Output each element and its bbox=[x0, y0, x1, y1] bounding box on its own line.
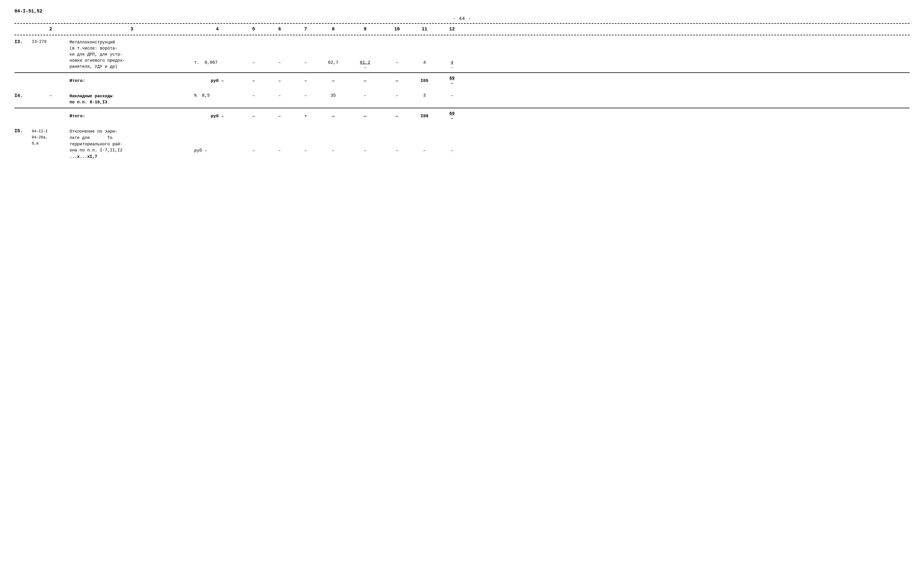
section-14: I4. – Накладные расходы по п.п. 8-10,I3 … bbox=[15, 91, 909, 123]
row-15-col8: – bbox=[319, 128, 348, 153]
col-3-header: 3 bbox=[69, 26, 194, 32]
data-row-13: I3. I3-279 Металлоконструкций (в т.числе… bbox=[15, 36, 909, 71]
row-14-col8: 35 bbox=[319, 93, 348, 98]
row-13-col6: – bbox=[267, 40, 293, 65]
col-11-header: 11 bbox=[411, 26, 437, 32]
row-15-col7: – bbox=[293, 128, 319, 153]
row-14-col6: – bbox=[267, 93, 293, 98]
itogo-13-col10: — bbox=[383, 79, 411, 83]
col-5-header: 5 bbox=[241, 26, 267, 32]
row-13-col10: – bbox=[383, 40, 411, 65]
row-14-col9: – bbox=[348, 93, 383, 98]
row-13-unit-qty: т. 0,067 bbox=[194, 40, 241, 65]
row-13-col12: 4 – bbox=[437, 40, 467, 70]
doc-header: 04-I-51,52 bbox=[15, 9, 909, 14]
row-13-col11: 4 bbox=[411, 40, 437, 65]
page-number: - 44 - bbox=[15, 16, 909, 21]
row-13-description: Металлоконструкций (в т.числе: ворота- к… bbox=[69, 40, 194, 70]
row-15-codes: 04-II-I04-28а,б,в bbox=[32, 128, 69, 146]
itogo-13-col8: — bbox=[319, 79, 348, 83]
itogo-14-col10: — bbox=[383, 114, 411, 119]
row-15-col9: – bbox=[348, 128, 383, 153]
row-13-id: I3. bbox=[15, 40, 32, 44]
row-15-col5: – bbox=[241, 128, 267, 153]
column-header-row: 2 3 4 5 6 7 8 9 10 11 12 bbox=[15, 25, 909, 34]
row-13-col9: 61,2 — bbox=[348, 40, 383, 70]
itogo-13-col11: I05 bbox=[411, 79, 437, 83]
itogo-13-col9: — bbox=[348, 79, 383, 83]
itogo-14-col12: 69 — bbox=[437, 111, 467, 121]
section-13: I3. I3-279 Металлоконструкций (в т.числе… bbox=[15, 36, 909, 87]
itogo-14-label: Итого: bbox=[69, 114, 194, 119]
row-13-code: I3-279 bbox=[32, 40, 69, 44]
itogo-14-col5: – bbox=[241, 114, 267, 119]
itogo-13-label: Итого: bbox=[69, 79, 194, 83]
row-15-col6: – bbox=[267, 128, 293, 153]
section-15: I5. 04-II-I04-28а,б,в Отклонение по зари… bbox=[15, 126, 909, 161]
col-4-header: 4 bbox=[194, 26, 241, 32]
itogo-14-unit: руб – bbox=[194, 114, 241, 119]
data-row-15: I5. 04-II-I04-28а,б,в Отклонение по зари… bbox=[15, 126, 909, 161]
itogo-14-col7: • bbox=[293, 114, 319, 119]
top-dashed-line bbox=[15, 23, 909, 24]
row-14-col11: 3 bbox=[411, 93, 437, 98]
data-row-14: I4. – Накладные расходы по п.п. 8-10,I3 … bbox=[15, 91, 909, 107]
itogo-14-col11: I08 bbox=[411, 114, 437, 119]
row-13-col7: – bbox=[293, 40, 319, 65]
row-15-col12: – bbox=[437, 128, 467, 153]
row-14-code: – bbox=[32, 93, 69, 98]
itogo-13-col6: – bbox=[267, 79, 293, 83]
row-15-unit: руб – bbox=[194, 128, 241, 153]
itogo-13-col5: – bbox=[241, 79, 267, 83]
row-14-col5: – bbox=[241, 93, 267, 98]
col-2-header: 2 bbox=[32, 26, 69, 32]
row-14-solid-line bbox=[15, 108, 909, 108]
row-13-col5: – bbox=[241, 40, 267, 65]
row-15-description: Отклонение по зари- лате для То территор… bbox=[69, 128, 194, 160]
col-6-header: 6 bbox=[267, 26, 293, 32]
header-bottom-dashed bbox=[15, 35, 909, 35]
row-14-description: Накладные расходы по п.п. 8-10,I3 bbox=[69, 93, 194, 105]
itogo-14-col9: — bbox=[348, 114, 383, 119]
col-10-header: 10 bbox=[383, 26, 411, 32]
col-8-header: 8 bbox=[319, 26, 348, 32]
row-14-col10: – bbox=[383, 93, 411, 98]
row-15-col11: – bbox=[411, 128, 437, 153]
col-7-header: 7 bbox=[293, 26, 319, 32]
itogo-14-col8: — bbox=[319, 114, 348, 119]
row-14-col12: – bbox=[437, 93, 467, 98]
itogo-row-13: Итого: руб – – – – — — — I05 69 — bbox=[15, 74, 909, 87]
row-13-solid-line bbox=[15, 72, 909, 73]
row-15-id: I5. bbox=[15, 128, 32, 134]
row-14-unit-qty: % 8,5 bbox=[194, 93, 241, 98]
itogo-13-col7: – bbox=[293, 79, 319, 83]
itogo-row-14: Итого: руб – – – • — — — I08 69 — bbox=[15, 109, 909, 123]
itogo-13-col12: 69 — bbox=[437, 76, 467, 86]
col-9-header: 9 bbox=[348, 26, 383, 32]
col-12-header: 12 bbox=[437, 26, 467, 32]
itogo-14-col6: – bbox=[267, 114, 293, 119]
row-15-col10: – bbox=[383, 128, 411, 153]
itogo-13-unit: руб – bbox=[194, 79, 241, 83]
row-13-col8: 62,7 bbox=[319, 40, 348, 65]
row-14-id: I4. bbox=[15, 93, 32, 99]
row-14-col7: – bbox=[293, 93, 319, 98]
